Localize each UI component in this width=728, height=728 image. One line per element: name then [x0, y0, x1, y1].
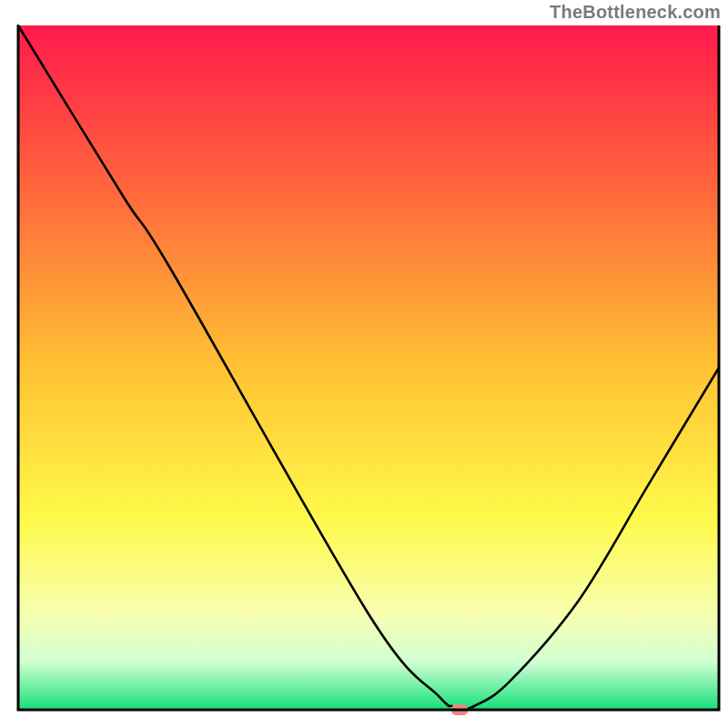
bottleneck-chart [0, 0, 728, 728]
chart-container: TheBottleneck.com [0, 0, 728, 728]
watermark-text: TheBottleneck.com [550, 2, 721, 23]
plot-background [18, 25, 719, 710]
